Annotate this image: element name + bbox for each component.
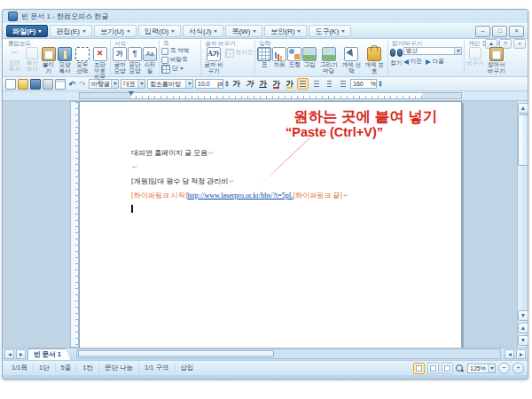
print-preview-button[interactable] (55, 79, 66, 90)
style-button[interactable]: Aa스타일 (143, 47, 157, 74)
horizontal-scroll-thumb[interactable] (78, 350, 274, 357)
find-query-combobox[interactable]: 병산 (403, 47, 463, 55)
object-protect-button[interactable]: 개체 보호 (364, 47, 386, 74)
select-all-button[interactable]: 모두 선택 (74, 47, 90, 74)
align-center-button[interactable] (324, 78, 335, 90)
italic-button[interactable]: 가 (244, 78, 255, 90)
tab-scroll-right-button[interactable] (16, 349, 26, 359)
page-margin-button[interactable]: 쪽 여백 (161, 47, 189, 55)
columns-button[interactable]: 단 (161, 65, 189, 73)
window-title: 빈 문서 1 - 한컴오피스 한글 (21, 12, 108, 21)
char-replace-button[interactable]: A가글자 바꾸기 (203, 47, 223, 74)
menu-security[interactable]: 보안(R) (264, 25, 307, 37)
page-background-button[interactable]: 바탕쪽 (161, 56, 189, 64)
paste-button[interactable]: 붙이기 (42, 47, 56, 74)
close-button[interactable]: × (509, 26, 524, 37)
cut-button[interactable]: ✂오려 두기 (6, 47, 23, 73)
zoom-combobox[interactable]: 125% (467, 364, 496, 373)
menu-page[interactable]: 쪽(W) (225, 25, 262, 37)
vertical-ruler[interactable] (70, 101, 79, 348)
save-button[interactable] (30, 79, 41, 90)
highlight-color-button[interactable]: 가 (284, 78, 295, 90)
font-size-combobox[interactable]: 10.0pt (195, 79, 223, 89)
chevron-down-icon (111, 80, 118, 88)
menu-insert[interactable]: 입력(D) (138, 25, 181, 37)
object-select-button[interactable]: 개체 선택 (340, 47, 363, 74)
document-area[interactable]: 대피연 홈페이지 글 모음↵ ↵ [개원]임대 평수 당 적정 관리비↵ [하이… (3, 101, 517, 348)
menu-tools[interactable]: 도구(K) (309, 25, 351, 37)
menu-file[interactable]: 파일(F) (6, 25, 48, 37)
align-right-button[interactable] (337, 78, 348, 90)
doc-line-5[interactable] (131, 203, 348, 216)
tab-scroll-left-button[interactable] (4, 349, 14, 359)
page-margin-icon (161, 48, 168, 55)
copy-format-button[interactable]: 모양 복사 (57, 47, 74, 74)
zoom-in-button[interactable]: + (512, 363, 524, 374)
style-icon: Aa (143, 47, 157, 61)
menu-edit[interactable]: 편집(E) (50, 25, 92, 37)
insert-table-button[interactable]: 표 (257, 47, 271, 68)
maximize-button[interactable]: □ (492, 26, 507, 37)
find-button[interactable]: 찾기 (390, 47, 403, 66)
view-mode-outline-button[interactable] (427, 363, 439, 374)
hyperlink-start-mark: [하이퍼링크 시작] (131, 192, 187, 200)
page-down-button[interactable] (518, 335, 528, 346)
line-spacing-spinner[interactable] (379, 81, 382, 87)
indent-marker[interactable] (129, 91, 134, 96)
clear-marks-button[interactable]: ✕조판 부호 지우기 (91, 47, 108, 86)
char-shape-button[interactable]: 가글자 모양 (113, 47, 127, 74)
insert-picture-button[interactable]: 그림 (302, 47, 317, 68)
menu-format[interactable]: 서식(J) (183, 25, 223, 37)
red-arrow-annotation (242, 126, 326, 195)
privacy-find-replace-icon (489, 47, 504, 61)
page-up-button[interactable] (518, 323, 528, 333)
font-color-button[interactable]: 가 (270, 78, 282, 90)
print-button[interactable] (43, 79, 53, 90)
scroll-up-button[interactable] (518, 103, 528, 113)
zoom-out-button[interactable]: − (498, 363, 510, 374)
view-mode-normal-button[interactable] (413, 363, 425, 374)
document-tab[interactable]: 빈 문서 1 (27, 348, 71, 360)
horizontal-scrollbar[interactable] (76, 348, 501, 359)
vertical-scroll-thumb[interactable] (518, 114, 528, 166)
status-page: 1/1쪽 (6, 364, 33, 372)
insert-chart-button[interactable]: 차트 (272, 47, 286, 68)
bold-button[interactable]: 가 (231, 78, 242, 90)
insert-shape-button[interactable]: 도형 (287, 47, 301, 68)
align-justify-button[interactable] (297, 78, 309, 90)
chevron-down-icon (341, 30, 345, 33)
paragraph-mark: ↵ (132, 164, 137, 171)
find-prev-button[interactable]: 이전 (403, 58, 422, 66)
privacy-find-replace-button[interactable]: 찾아서 바꾸기 (485, 47, 508, 74)
font-size-spinner[interactable] (225, 81, 229, 87)
horizontal-ruler[interactable] (3, 91, 528, 101)
scroll-down-button[interactable] (518, 310, 528, 321)
menu-view[interactable]: 보기(U) (94, 25, 137, 37)
open-button[interactable] (18, 79, 28, 90)
hanja-button[interactable]: 한자로 (225, 49, 254, 57)
rep-font-combobox[interactable]: 대표 (121, 79, 145, 89)
drawing-gallery-button[interactable]: 그리기마당 (317, 47, 340, 74)
minimize-button[interactable]: – (475, 26, 490, 37)
font-combobox[interactable]: 함초롬바탕 (147, 79, 193, 89)
copy-button[interactable]: 복사하기 (24, 47, 41, 73)
document-close-button[interactable]: × (513, 39, 526, 49)
hscroll-left-button[interactable] (505, 349, 514, 359)
document-tab-bar: 빈 문서 1 (3, 348, 528, 360)
view-mode-split-button[interactable] (442, 363, 453, 374)
status-insert-mode[interactable]: 삽입 (175, 364, 200, 372)
align-left-button[interactable] (310, 78, 322, 90)
paragraph-mark: ↵ (229, 178, 234, 185)
new-document-button[interactable] (5, 79, 16, 90)
hscroll-right-button[interactable] (516, 349, 526, 359)
title-bar[interactable]: 빈 문서 1 - 한컴오피스 한글 (3, 10, 528, 23)
find-next-button[interactable]: 다음 (426, 58, 444, 66)
undo-button[interactable]: ↶ (67, 80, 76, 89)
chevron-down-icon[interactable] (454, 48, 461, 54)
line-spacing-combobox[interactable]: 160% (350, 79, 377, 89)
para-shape-button[interactable]: ¶문단 모양 (128, 47, 142, 74)
privacy-replace-button[interactable]: 바꾸기 (466, 47, 484, 66)
underline-button[interactable]: 가 (257, 78, 269, 90)
redo-button[interactable]: ↷ (78, 80, 87, 89)
vertical-scrollbar[interactable] (517, 101, 528, 348)
